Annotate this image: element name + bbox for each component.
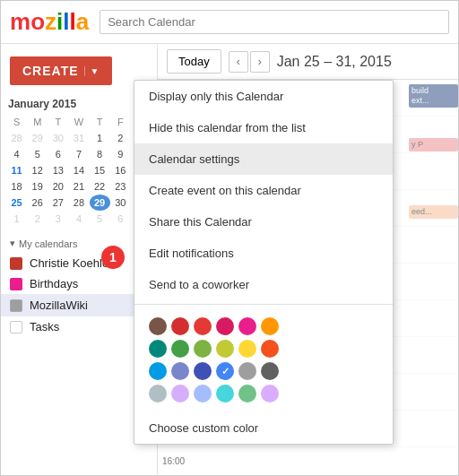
calendar-color	[10, 278, 22, 290]
cal-day[interactable]: 7	[68, 146, 89, 162]
event-text: buildext...	[411, 86, 429, 105]
cal-day[interactable]: 29	[27, 130, 48, 146]
menu-item-label: Choose custom color	[149, 421, 258, 435]
cal-day[interactable]: 18	[6, 178, 27, 195]
color-swatch[interactable]	[238, 385, 256, 402]
color-swatch[interactable]	[238, 340, 256, 358]
color-swatch[interactable]	[216, 317, 234, 335]
cal-day[interactable]: 12	[27, 162, 48, 178]
color-swatch[interactable]	[149, 340, 167, 358]
today-button[interactable]: Today	[167, 49, 221, 74]
cal-day[interactable]: 21	[68, 178, 89, 195]
cal-day[interactable]: 25	[6, 195, 27, 211]
cal-day[interactable]: 31	[68, 130, 89, 146]
color-swatch[interactable]	[149, 317, 167, 335]
day-s: S	[6, 114, 27, 130]
cal-day[interactable]: 3	[48, 211, 68, 227]
cal-day[interactable]: 15	[90, 162, 110, 178]
cal-day[interactable]: 9	[110, 146, 131, 162]
cal-day[interactable]: 1	[90, 130, 110, 146]
menu-item-notifications[interactable]: Edit notifications	[134, 238, 393, 269]
calendar-name: Birthdays	[30, 277, 78, 290]
color-row-1	[149, 317, 378, 335]
section-arrow: ▾	[10, 238, 15, 249]
cal-day[interactable]: 23	[110, 178, 131, 195]
color-swatch[interactable]	[194, 362, 212, 380]
cal-day[interactable]: 6	[110, 211, 131, 227]
cal-day[interactable]: 27	[48, 195, 68, 211]
cal-day[interactable]: 1	[6, 211, 27, 227]
color-swatch[interactable]	[194, 317, 212, 335]
menu-item-custom-color[interactable]: Choose custom color	[134, 412, 393, 444]
menu-divider	[134, 304, 393, 305]
cal-day[interactable]: 8	[90, 146, 110, 162]
cal-day[interactable]: 5	[90, 211, 110, 227]
color-swatch[interactable]	[194, 385, 212, 402]
cal-day[interactable]: 13	[48, 162, 68, 178]
create-button[interactable]: CREATE ▼	[10, 56, 112, 85]
cal-day[interactable]: 26	[27, 195, 48, 211]
badge-1: 1	[101, 246, 125, 269]
cal-day[interactable]: 5	[27, 146, 48, 162]
menu-item-hide[interactable]: Hide this calendar from the list	[134, 112, 393, 143]
cal-day-today[interactable]: 29	[90, 195, 110, 211]
cal-day[interactable]: 20	[48, 178, 68, 195]
menu-item-share[interactable]: Share this Calendar	[134, 206, 393, 238]
day-t2: T	[90, 114, 110, 130]
menu-item-create-event[interactable]: Create event on this calendar	[134, 175, 393, 206]
color-row-4	[149, 385, 378, 402]
day-w: W	[68, 114, 89, 130]
cal-day[interactable]: 28	[68, 195, 89, 211]
calendar-event-3[interactable]: eed...	[409, 205, 458, 219]
calendar-color	[10, 321, 22, 333]
color-swatch[interactable]	[171, 362, 189, 380]
calendar-event-1[interactable]: buildext...	[409, 84, 458, 108]
color-swatch[interactable]	[216, 385, 234, 402]
color-swatch[interactable]	[216, 340, 234, 358]
calendar-color	[10, 257, 22, 270]
menu-item-label: Edit notifications	[149, 247, 234, 260]
menu-item-send-coworker[interactable]: Send to a coworker	[134, 269, 393, 300]
color-swatch[interactable]	[261, 317, 279, 335]
color-swatch[interactable]	[194, 340, 212, 358]
cal-day[interactable]: 16	[110, 162, 131, 178]
color-swatch[interactable]	[149, 362, 167, 380]
color-swatch[interactable]	[238, 317, 256, 335]
color-grid	[134, 308, 393, 412]
color-row-2	[149, 340, 378, 358]
color-swatch-selected[interactable]	[216, 362, 234, 380]
cal-day[interactable]: 6	[48, 146, 68, 162]
color-swatch[interactable]	[171, 385, 189, 402]
cal-day[interactable]: 30	[48, 130, 68, 146]
cal-day[interactable]: 19	[27, 178, 48, 195]
color-swatch[interactable]	[261, 385, 279, 402]
cal-day[interactable]: 28	[6, 130, 27, 146]
color-swatch[interactable]	[149, 385, 167, 402]
color-swatch[interactable]	[171, 340, 189, 358]
nav-prev-button[interactable]: ‹	[229, 51, 248, 73]
cal-day[interactable]: 22	[90, 178, 110, 195]
cal-day[interactable]: 4	[6, 146, 27, 162]
color-swatch[interactable]	[238, 362, 256, 380]
menu-item-label: Display only this Calendar	[149, 90, 283, 103]
create-arrow: ▼	[84, 66, 100, 76]
menu-item-display-only[interactable]: Display only this Calendar	[134, 81, 393, 112]
color-swatch[interactable]	[261, 340, 279, 358]
color-swatch[interactable]	[261, 362, 279, 380]
cal-day[interactable]: 2	[110, 130, 131, 146]
calendar-event-2[interactable]: y P	[409, 138, 458, 151]
menu-item-settings[interactable]: Calendar settings	[134, 143, 393, 175]
cal-day[interactable]: 4	[68, 211, 89, 227]
mini-cal-grid: S M T W T F S 28 29 30	[6, 114, 152, 227]
cal-day[interactable]: 2	[27, 211, 48, 227]
create-label: CREATE	[22, 64, 79, 78]
cal-day[interactable]: 30	[110, 195, 131, 211]
mini-cal-header: January 2015 ‹	[6, 98, 152, 110]
menu-item-label: Create event on this calendar	[149, 184, 301, 197]
nav-next-button[interactable]: ›	[250, 51, 270, 73]
search-input[interactable]	[100, 10, 449, 34]
cal-day[interactable]: 11	[6, 162, 27, 178]
cal-day[interactable]: 14	[68, 162, 89, 178]
color-swatch[interactable]	[171, 317, 189, 335]
day-f: F	[110, 114, 131, 130]
